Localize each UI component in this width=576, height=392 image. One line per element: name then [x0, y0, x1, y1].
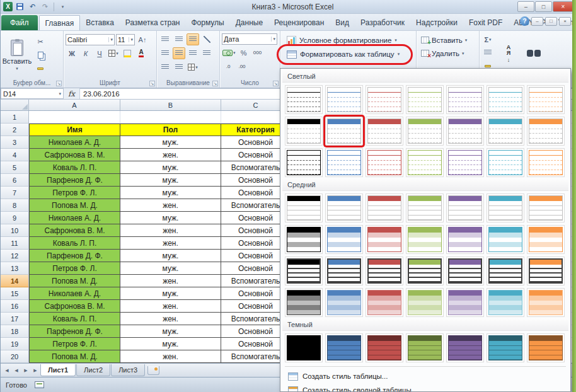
grid-cell[interactable]: жен.	[120, 350, 221, 363]
grow-font-icon[interactable]: А↑	[136, 33, 149, 45]
name-box[interactable]: D14 ▾	[1, 88, 64, 99]
table-style-thumbnail[interactable]	[285, 333, 323, 362]
underline-button[interactable]: Ч	[93, 47, 106, 59]
grid-cell[interactable]: жен.	[120, 149, 221, 161]
row-header[interactable]: 17	[1, 313, 29, 325]
workbook-close-button[interactable]: ×	[559, 17, 571, 26]
font-color-icon[interactable]: А	[135, 47, 147, 59]
table-style-thumbnail[interactable]	[487, 333, 524, 362]
table-style-thumbnail[interactable]	[527, 225, 565, 254]
row-header[interactable]: 1	[1, 111, 29, 124]
qat-menu-icon[interactable]: ▾	[57, 2, 68, 12]
row-header[interactable]: 3	[1, 136, 29, 149]
table-style-thumbnail[interactable]	[285, 193, 323, 222]
table-style-thumbnail[interactable]	[325, 333, 363, 362]
align-right-icon[interactable]	[187, 47, 199, 59]
grid-cell[interactable]: Сафронова В. М.	[29, 300, 120, 313]
grid-cell[interactable]: Коваль Л. П.	[29, 237, 120, 250]
row-header[interactable]: 6	[1, 174, 29, 187]
grid-cell[interactable]: Сафронова В. М.	[29, 149, 120, 161]
dialog-launcher-icon[interactable]: ↘	[56, 81, 62, 86]
grid-cell[interactable]: Парфенов Д. Ф.	[29, 174, 120, 187]
table-style-thumbnail[interactable]	[446, 85, 484, 114]
ribbon-tab[interactable]: Разработчик	[355, 15, 410, 30]
grid-cell[interactable]: Петров Ф. Л.	[29, 338, 120, 350]
align-middle-icon[interactable]	[173, 33, 185, 45]
sheet-tab[interactable]: Лист3	[111, 364, 145, 376]
row-header[interactable]: 8	[1, 199, 29, 212]
grid-cell[interactable]: муж.	[120, 174, 221, 187]
table-style-thumbnail[interactable]	[487, 117, 524, 146]
row-header[interactable]: 7	[1, 187, 29, 199]
table-style-thumbnail[interactable]	[446, 117, 484, 146]
table-style-thumbnail[interactable]	[527, 288, 565, 317]
grid-cell[interactable]: муж.	[120, 287, 221, 300]
wrap-text-icon[interactable]	[200, 47, 213, 59]
grid-cell[interactable]: жен.	[120, 199, 221, 212]
table-style-thumbnail[interactable]	[446, 288, 484, 317]
decrease-decimal-icon[interactable]: .00	[236, 61, 248, 72]
align-left-icon[interactable]	[159, 47, 171, 59]
ribbon-tab[interactable]: Foxit PDF	[463, 15, 508, 30]
table-style-thumbnail[interactable]	[406, 85, 444, 114]
row-header[interactable]: 13	[1, 262, 29, 275]
percent-style-icon[interactable]: %	[238, 47, 250, 59]
merge-center-icon[interactable]: ▾	[187, 61, 199, 73]
table-style-thumbnail[interactable]	[487, 85, 524, 114]
grid-cell[interactable]: муж.	[120, 262, 221, 275]
table-style-thumbnail[interactable]	[366, 225, 403, 254]
grid-cell[interactable]: Парфенов Д. Ф.	[29, 325, 120, 338]
column-header[interactable]: B	[120, 100, 221, 110]
table-style-thumbnail[interactable]	[366, 333, 403, 362]
row-header[interactable]: 10	[1, 224, 29, 237]
dialog-launcher-icon[interactable]: ↘	[149, 81, 155, 86]
italic-button[interactable]: К	[79, 47, 92, 59]
sheet-tab[interactable]: Лист2	[76, 364, 110, 376]
grid-cell[interactable]: муж.	[120, 338, 221, 350]
grid-cell[interactable]: муж.	[120, 187, 221, 199]
row-header[interactable]: 18	[1, 325, 29, 338]
paste-button[interactable]: Вставить ▾	[3, 33, 32, 78]
undo-icon[interactable]: ↶	[27, 2, 38, 12]
bold-button[interactable]: Ж	[66, 47, 78, 59]
table-style-thumbnail[interactable]	[366, 257, 403, 285]
table-style-thumbnail[interactable]	[406, 117, 444, 146]
grid-cell[interactable]: муж.	[120, 250, 221, 262]
grid-cell[interactable]: Николаев А. Д.	[29, 136, 120, 149]
maximize-button[interactable]: □	[535, 1, 552, 12]
row-header[interactable]: 15	[1, 287, 29, 300]
grid-cell[interactable]: Сафронова В. М.	[29, 224, 120, 237]
workbook-restore-button[interactable]: □	[545, 17, 557, 26]
format-as-table-button[interactable]: Форматировать как таблицу ▾	[282, 47, 414, 61]
grid-cell[interactable]: муж.	[120, 136, 221, 149]
table-style-thumbnail[interactable]	[285, 148, 323, 177]
table-style-thumbnail[interactable]	[527, 333, 565, 362]
table-style-thumbnail[interactable]	[325, 148, 363, 177]
column-header[interactable]: A	[29, 100, 120, 110]
row-header[interactable]: 20	[1, 350, 29, 363]
table-style-thumbnail[interactable]	[446, 193, 484, 222]
table-style-thumbnail[interactable]	[406, 225, 444, 254]
fill-color-icon[interactable]	[121, 47, 134, 59]
name-box-arrow-icon[interactable]: ▾	[59, 91, 61, 96]
table-style-thumbnail[interactable]	[527, 193, 565, 222]
font-name-combo[interactable]: Calibri▾	[66, 34, 115, 45]
grid-cell[interactable]: Николаев А. Д.	[29, 287, 120, 300]
grid-cell[interactable]: Парфенов Д. Ф.	[29, 250, 120, 262]
grid-cell[interactable]: Попова М. Д.	[29, 350, 120, 363]
table-style-thumbnail[interactable]	[527, 117, 565, 146]
grid-cell[interactable]: жен.	[120, 300, 221, 313]
ribbon-tab[interactable]: Надстройки	[410, 15, 463, 30]
save-icon[interactable]	[14, 2, 25, 12]
table-style-thumbnail[interactable]	[285, 117, 323, 146]
table-style-thumbnail[interactable]	[527, 85, 565, 114]
decrease-indent-icon[interactable]	[159, 61, 171, 73]
ribbon-tab[interactable]: Формулы	[185, 15, 229, 30]
grid-cell[interactable]	[120, 111, 221, 124]
row-header[interactable]: 14	[1, 275, 29, 287]
grid-cell[interactable]: Николаев А. Д.	[29, 212, 120, 224]
ribbon-tab[interactable]: Главная	[39, 15, 81, 30]
row-header[interactable]: 5	[1, 161, 29, 174]
orientation-icon[interactable]	[200, 33, 213, 45]
table-style-thumbnail[interactable]	[325, 85, 363, 114]
